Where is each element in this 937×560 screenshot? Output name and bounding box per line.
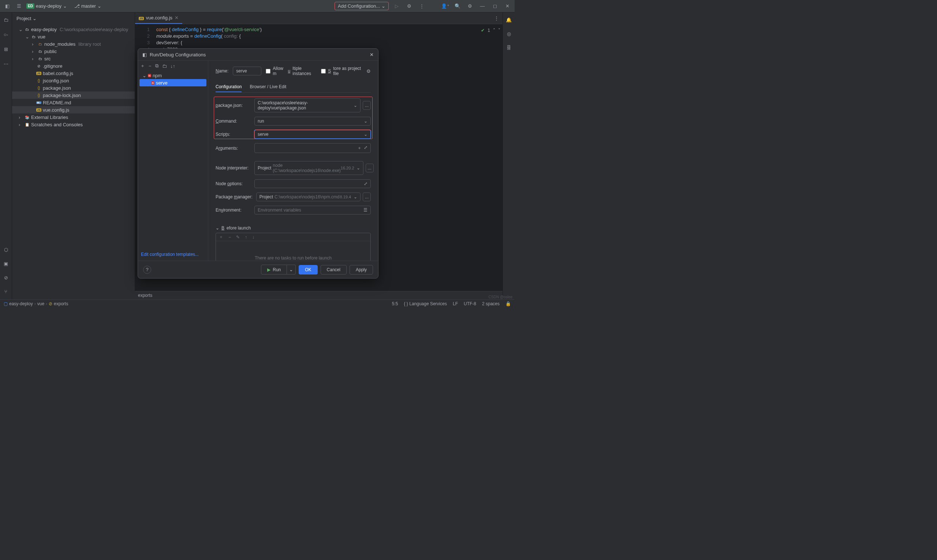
tree-file-package[interactable]: {}package.json: [12, 84, 135, 91]
list-icon[interactable]: ☰: [363, 208, 368, 213]
database-tool-icon[interactable]: 🗄: [505, 43, 513, 52]
bl-remove-icon[interactable]: −: [228, 235, 231, 240]
help-button[interactable]: ?: [143, 266, 151, 274]
apply-button[interactable]: Apply: [349, 265, 373, 274]
bl-up-icon[interactable]: ↑: [245, 235, 247, 240]
gear-icon[interactable]: ⚙: [366, 68, 371, 74]
tree-folder-node-modules[interactable]: ›🗀node_moduleslibrary root: [12, 40, 135, 48]
tab-browser-live-edit[interactable]: Browser / Live Edit: [249, 82, 286, 92]
cancel-button[interactable]: Cancel: [321, 265, 347, 274]
tab-options-icon[interactable]: ⋮: [494, 15, 499, 21]
status-encoding[interactable]: UTF-8: [464, 301, 476, 306]
editor-breadcrumb[interactable]: exports: [135, 291, 503, 299]
inspection-widget[interactable]: ✔ 1 ˄ ˅: [481, 27, 500, 34]
copy-config-icon[interactable]: ⧉: [155, 63, 158, 69]
command-select[interactable]: run⌄: [254, 117, 371, 126]
project-tool-icon[interactable]: 🗀: [2, 15, 10, 24]
commit-tool-icon[interactable]: ○-: [2, 30, 10, 39]
status-crumb-project[interactable]: ▢ easy-deploy: [4, 301, 33, 306]
status-cursor-pos[interactable]: 5:5: [392, 301, 398, 306]
sort-config-icon[interactable]: ↓↑: [171, 63, 175, 69]
status-lang-services[interactable]: { } Language Services: [404, 301, 447, 306]
package-json-select[interactable]: C:\workspace\oslee\easy-deploy\vue\packa…: [254, 98, 360, 112]
tree-folder-public[interactable]: ›🗀public: [12, 48, 135, 55]
ai-tool-icon[interactable]: ◎: [505, 29, 513, 38]
expand-icon[interactable]: ⤢: [364, 145, 368, 151]
tree-file-babel[interactable]: JSbabel.config.js: [12, 69, 135, 77]
chevron-up-icon[interactable]: ˄: [493, 27, 495, 34]
run-button[interactable]: ▶Run: [261, 265, 287, 274]
maximize-icon[interactable]: ◻: [491, 2, 499, 11]
status-readonly-icon[interactable]: 🔒: [505, 301, 511, 306]
hamburger-icon[interactable]: ☰: [15, 2, 23, 11]
environment-input[interactable]: Environment variables☰: [254, 206, 371, 214]
problems-tool-icon[interactable]: ⊘: [2, 273, 10, 282]
run-icon[interactable]: ▷: [392, 2, 401, 11]
browse-interpreter-button[interactable]: …: [366, 164, 374, 172]
tab-vue-config[interactable]: JS vue.config.js ✕: [135, 12, 182, 24]
project-selector[interactable]: ED easy-deploy ⌄: [26, 3, 67, 9]
browse-pkg-mgr-button[interactable]: …: [363, 192, 371, 201]
bl-down-icon[interactable]: ↓: [252, 235, 254, 240]
status-crumb-exports[interactable]: ⊘ exports: [49, 301, 68, 306]
minimize-icon[interactable]: —: [478, 2, 487, 11]
package-manager-select[interactable]: ProjectC:\workspace\nodejs16\npm.cmd8.19…: [256, 192, 360, 201]
add-configuration-button[interactable]: Add Configuration... ⌄: [335, 2, 389, 10]
close-window-icon[interactable]: ✕: [503, 2, 512, 11]
git-branch-selector[interactable]: ⎇ master ⌄: [74, 3, 102, 9]
before-launch-header[interactable]: ⌄ Before launch: [215, 225, 371, 231]
bl-add-icon[interactable]: ＋: [219, 234, 223, 240]
more-icon[interactable]: ⋮: [417, 2, 426, 11]
code-with-me-icon[interactable]: 👤⁺: [441, 2, 449, 11]
status-indent[interactable]: 2 spaces: [482, 301, 500, 306]
dialog-title: Run/Debug Configurations: [150, 52, 367, 57]
terminal-tool-icon[interactable]: ▣: [2, 259, 10, 268]
tree-folder-src[interactable]: ›🗀src: [12, 55, 135, 62]
search-icon[interactable]: 🔍: [453, 2, 462, 11]
add-config-icon[interactable]: ＋: [140, 63, 145, 69]
more-tool-icon[interactable]: ⋯: [2, 59, 10, 68]
save-config-icon[interactable]: 🗀: [162, 63, 167, 69]
project-panel-header[interactable]: Project ⌄: [12, 12, 135, 24]
config-node-npm[interactable]: ⌄ n npm: [140, 72, 206, 79]
tree-external-libraries[interactable]: ›📚External Libraries: [12, 114, 135, 121]
node-interpreter-select[interactable]: Projectnode (C:\workspace\nodejs16\node.…: [254, 161, 363, 175]
tree-file-package-lock[interactable]: {}package-lock.json: [12, 91, 135, 99]
config-node-serve[interactable]: n serve: [140, 79, 206, 86]
tree-scratches[interactable]: ›📋Scratches and Consoles: [12, 121, 135, 128]
tree-folder-vue[interactable]: ⌄🗀vue: [12, 33, 135, 40]
tree-file-gitignore[interactable]: ⊘.gitignore: [12, 62, 135, 69]
structure-tool-icon[interactable]: ⊞: [2, 45, 10, 54]
edit-templates-link[interactable]: Edit configuration templates...: [141, 252, 199, 257]
browse-package-button[interactable]: …: [363, 101, 371, 110]
dialog-close-icon[interactable]: ✕: [370, 52, 374, 57]
allow-multiple-checkbox[interactable]: Allow multiple instances: [266, 66, 317, 76]
ok-button[interactable]: OK: [298, 265, 317, 274]
arguments-input[interactable]: ＋⤢: [254, 143, 371, 153]
tree-root[interactable]: ⌄🗀easy-deployC:\workspace\oslee\easy-dep…: [12, 26, 135, 33]
store-project-checkbox[interactable]: Store as project file: [321, 66, 362, 76]
remove-config-icon[interactable]: −: [149, 63, 152, 69]
plus-icon[interactable]: ＋: [357, 145, 362, 151]
vcs-tool-icon[interactable]: ⑂: [2, 287, 10, 296]
notifications-icon[interactable]: 🔔: [505, 15, 513, 24]
close-tab-icon[interactable]: ✕: [175, 15, 178, 20]
services-tool-icon[interactable]: ⬡: [2, 245, 10, 254]
name-input[interactable]: [233, 67, 262, 75]
node-options-input[interactable]: ⤢: [254, 179, 371, 188]
run-dropdown-button[interactable]: ⌄: [287, 265, 296, 274]
bl-edit-icon[interactable]: ✎: [236, 235, 240, 240]
status-line-sep[interactable]: LF: [453, 301, 458, 306]
status-crumb-vue[interactable]: vue: [37, 301, 44, 306]
tree-file-vue-config[interactable]: JSvue.config.js: [12, 106, 135, 114]
chevron-down-icon[interactable]: ˅: [498, 27, 500, 34]
npm-icon: n: [151, 81, 154, 85]
expand-icon[interactable]: ⤢: [364, 181, 368, 186]
settings-icon[interactable]: ⚙: [466, 2, 474, 11]
tab-configuration[interactable]: Configuration: [215, 82, 242, 92]
scripts-select[interactable]: serve⌄: [254, 130, 371, 139]
debug-icon[interactable]: ⚙: [405, 2, 414, 11]
app-icon[interactable]: ◧: [3, 2, 12, 11]
tree-file-jsconfig[interactable]: {}jsconfig.json: [12, 77, 135, 84]
tree-file-readme[interactable]: M↓README.md: [12, 99, 135, 106]
